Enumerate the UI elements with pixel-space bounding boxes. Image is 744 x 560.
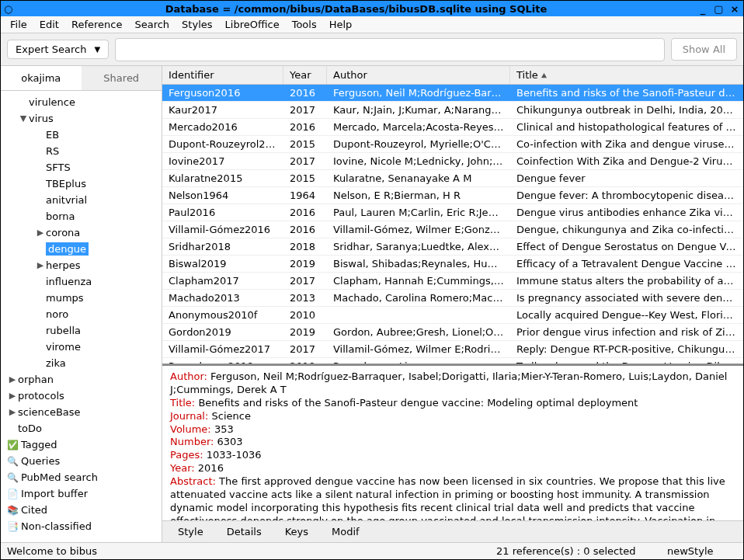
tree-orphan[interactable]: ▶orphan (1, 371, 162, 388)
tree-herpes[interactable]: ▶herpes (1, 257, 162, 273)
tab-style[interactable]: Style (178, 526, 203, 537)
cell-year: 2017 (283, 342, 327, 357)
expand-icon[interactable]: ▶ (7, 407, 18, 417)
tree-influenza[interactable]: influenza (1, 273, 162, 290)
tree-tbeplus[interactable]: TBEplus (1, 176, 162, 192)
detail-abstract: The first approved dengue vaccine has no… (170, 475, 727, 520)
tree-virus[interactable]: ▼virus (1, 110, 162, 127)
cell-title: Benefits and risks of the Sanofi-Pasteur… (510, 85, 743, 100)
tree-nonclass[interactable]: Non-classified (1, 518, 162, 534)
close-icon[interactable]: × (729, 3, 740, 15)
cell-year: 2018 (283, 359, 327, 363)
show-all-button[interactable]: Show All (671, 38, 737, 61)
search-input[interactable] (115, 38, 665, 61)
cell-identifier: Kularatne2015 (162, 171, 283, 186)
minimize-icon[interactable]: _ (697, 3, 708, 15)
cell-identifier: Rosenbaum2018 (162, 359, 283, 363)
tree-zika[interactable]: zika (1, 355, 162, 371)
maximize-icon[interactable]: ▢ (713, 3, 724, 15)
col-identifier[interactable]: Identifier (162, 66, 283, 84)
menu-tools[interactable]: Tools (286, 17, 323, 32)
table-row[interactable]: Machado20132013Machado, Carolina Romero;… (162, 290, 743, 307)
table-row[interactable]: Anonymous2010f2010Locally acquired Dengu… (162, 307, 743, 324)
queries-icon (7, 455, 21, 467)
expand-icon[interactable]: ▼ (18, 113, 29, 123)
menu-edit[interactable]: Edit (33, 17, 65, 32)
table-row[interactable]: Kularatne20152015Kularatne, Senanayake A… (162, 170, 743, 187)
menu-search[interactable]: Search (128, 17, 176, 32)
window-menu-icon[interactable]: ○ (4, 3, 16, 15)
tree-rubella[interactable]: rubella (1, 322, 162, 339)
detail-author-key: Author: (170, 370, 207, 382)
table-body[interactable]: Ferguson20162016Ferguson, Neil M;Rodrígu… (162, 85, 743, 363)
expand-icon[interactable]: ▶ (7, 374, 18, 384)
tree-noro[interactable]: noro (1, 306, 162, 322)
tree-todo[interactable]: toDo (1, 420, 162, 437)
tree-corona[interactable]: ▶corona (1, 224, 162, 241)
menu-help[interactable]: Help (323, 17, 359, 32)
table-row[interactable]: Biswal20192019Biswal, Shibadas;Reynales,… (162, 256, 743, 273)
cell-identifier: Kaur2017 (162, 103, 283, 117)
table-row[interactable]: Nelson19641964Nelson, E R;Bierman, H RDe… (162, 187, 743, 204)
expert-search-button[interactable]: Expert Search ▼ (7, 40, 109, 59)
expand-icon[interactable]: ▶ (35, 228, 46, 238)
tree-sciencebase[interactable]: ▶scienceBase (1, 404, 162, 420)
table-row[interactable]: Clapham20172017Clapham, Hannah E;Cumming… (162, 273, 743, 290)
cell-year: 2015 (283, 137, 327, 151)
menu-libreoffice[interactable]: LibreOffice (219, 17, 286, 32)
table-row[interactable]: Villamil-Gómez20162016Villamil-Gómez, Wi… (162, 221, 743, 238)
tab-shared[interactable]: Shared (82, 66, 162, 90)
menu-styles[interactable]: Styles (176, 17, 218, 32)
table-row[interactable]: Gordon20192019Gordon, Aubree;Gresh, Lion… (162, 324, 743, 341)
menu-reference[interactable]: Reference (65, 17, 128, 32)
cell-identifier: Ferguson2016 (162, 85, 283, 100)
table-row[interactable]: Sridhar20182018Sridhar, Saranya;Luedtke,… (162, 238, 743, 256)
cell-identifier: Villamil-Gómez2017 (162, 342, 283, 357)
expert-search-label: Expert Search (16, 43, 86, 55)
tree-dengue[interactable]: dengue (1, 241, 162, 257)
expand-icon[interactable]: ▶ (35, 260, 46, 270)
cell-identifier: Nelson1964 (162, 188, 283, 203)
col-year[interactable]: Year (283, 66, 327, 84)
tree-mumps[interactable]: mumps (1, 290, 162, 306)
tree-cited[interactable]: Cited (1, 502, 162, 518)
tree-queries[interactable]: Queries (1, 453, 162, 469)
detail-title-key: Title: (170, 397, 195, 409)
cell-title: Dengue, chikungunya and Zika co-infectio… (510, 222, 743, 237)
cited-icon (7, 504, 21, 516)
tab-details[interactable]: Details (227, 526, 262, 537)
tab-modif[interactable]: Modif (332, 526, 360, 537)
col-author[interactable]: Author (327, 66, 510, 84)
table-row[interactable]: Kaur20172017Kaur, N;Jain, J;Kumar, A;Nar… (162, 102, 743, 119)
tree-protocols[interactable]: ▶protocols (1, 388, 162, 404)
expand-icon[interactable]: ▶ (7, 391, 18, 401)
tab-user[interactable]: okajima (1, 66, 82, 90)
table-row[interactable]: Villamil-Gómez20172017Villamil-Gómez, Wi… (162, 341, 743, 358)
tree-virulence[interactable]: virulence (1, 94, 162, 110)
tree-borna[interactable]: borna (1, 208, 162, 224)
table-row[interactable]: Iovine20172017Iovine, Nicole M;Lednicky,… (162, 153, 743, 170)
tree-anitviral[interactable]: anitvrial (1, 192, 162, 208)
table-row[interactable]: Rosenbaum20182018Rosenbaum, LisaTrolleyo… (162, 358, 743, 363)
status-welcome: Welcome to bibus (7, 545, 496, 557)
tree-tagged[interactable]: Tagged (1, 437, 162, 453)
cell-year: 2015 (283, 171, 327, 186)
tree-rs[interactable]: RS (1, 143, 162, 159)
cell-year: 2016 (283, 120, 327, 134)
table-row[interactable]: Dupont-Rouzeyrol20152015Dupont-Rouzeyrol… (162, 136, 743, 153)
col-title[interactable]: Title (510, 66, 743, 84)
tree-import[interactable]: Import buffer (1, 485, 162, 502)
detail-year-key: Year: (170, 462, 195, 474)
tree-sfts[interactable]: SFTS (1, 159, 162, 176)
tree-pubmed[interactable]: PubMed search (1, 469, 162, 485)
table-row[interactable]: Paul20162016Paul, Lauren M;Carlin, Eric … (162, 204, 743, 221)
tree-eb[interactable]: EB (1, 127, 162, 143)
menu-file[interactable]: File (4, 17, 33, 32)
title-bar: ○ Database = /common/bibus/DataBases/bib… (1, 1, 743, 16)
tab-keys[interactable]: Keys (285, 526, 308, 537)
table-row[interactable]: Ferguson20162016Ferguson, Neil M;Rodrígu… (162, 85, 743, 102)
tree-virome[interactable]: virome (1, 339, 162, 355)
cell-title: Effect of Dengue Serostatus on Dengue Va… (510, 239, 743, 254)
cell-year: 2019 (283, 256, 327, 271)
table-row[interactable]: Mercado20162016Mercado, Marcela;Acosta-R… (162, 119, 743, 136)
